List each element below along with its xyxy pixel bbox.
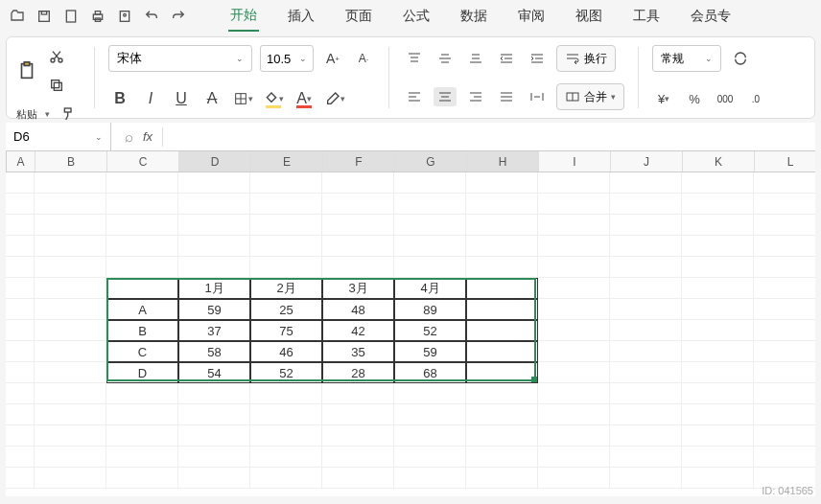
cell-C1[interactable] [106,172,178,194]
cell-F5[interactable] [322,257,394,278]
cell-J15[interactable] [610,468,682,489]
currency-icon[interactable]: ¥▾ [652,87,675,110]
cell-K3[interactable] [682,215,754,236]
cell-A15[interactable] [6,468,35,489]
tab-member[interactable]: 会员专 [689,2,733,31]
cell-A8[interactable] [6,320,35,341]
cell-E9[interactable]: 46 [250,341,322,362]
cell-I7[interactable] [538,299,610,320]
cell-F13[interactable] [322,425,394,447]
cell-D1[interactable] [178,172,250,194]
cell-G5[interactable] [394,257,466,278]
indent-decrease-icon[interactable] [495,49,518,68]
cell-E8[interactable]: 75 [250,320,322,341]
cell-B5[interactable] [35,257,106,278]
cell-D10[interactable]: 54 [178,362,250,383]
cell-E14[interactable] [250,447,322,468]
cell-L9[interactable] [754,341,815,362]
decimal-increase-icon[interactable]: .0 [744,87,767,110]
halign-justify-icon[interactable] [495,87,518,106]
cell-E15[interactable] [250,468,322,489]
cell-B12[interactable] [35,404,106,425]
cell-L14[interactable] [754,447,815,468]
cell-G7[interactable]: 89 [394,299,466,320]
preview-icon[interactable] [115,7,134,26]
cell-K1[interactable] [682,172,754,194]
cell-F9[interactable]: 35 [322,341,394,362]
cell-F1[interactable] [322,172,394,194]
cell-L7[interactable] [754,299,815,320]
cell-B4[interactable] [35,236,106,257]
col-header-J[interactable]: J [611,151,683,172]
open-icon[interactable] [8,7,27,26]
cell-H11[interactable] [466,383,538,404]
tab-view[interactable]: 视图 [574,2,604,31]
cell-H3[interactable] [466,215,538,236]
cell-L4[interactable] [754,236,815,257]
new-icon[interactable] [61,7,81,26]
cell-I4[interactable] [538,236,610,257]
cell-C12[interactable] [106,404,178,425]
cell-K5[interactable] [682,257,754,278]
chevron-down-icon[interactable]: ▾ [45,109,50,119]
cell-G12[interactable] [394,404,466,425]
cell-I13[interactable] [538,425,610,447]
cell-I6[interactable] [538,278,610,299]
cell-E1[interactable] [250,172,322,194]
cell-A14[interactable] [6,447,35,468]
cell-J10[interactable] [610,362,682,383]
cell-B15[interactable] [35,468,106,489]
cell-D4[interactable] [178,236,250,257]
cell-D15[interactable] [178,468,250,489]
col-header-I[interactable]: I [539,151,611,172]
cell-H8[interactable] [466,320,538,341]
strikethrough-button[interactable]: A [200,87,223,110]
cell-K9[interactable] [682,341,754,362]
cell-E11[interactable] [250,383,322,404]
cell-G6[interactable]: 4月 [394,278,466,299]
cell-H14[interactable] [466,447,538,468]
cell-J2[interactable] [610,194,682,215]
cell-B8[interactable] [35,320,106,341]
cell-F2[interactable] [322,194,394,215]
search-icon[interactable]: ⌕ [125,128,133,145]
cell-D3[interactable] [178,215,250,236]
cell-F3[interactable] [322,215,394,236]
italic-button[interactable]: I [139,87,162,110]
cell-I14[interactable] [538,447,610,468]
cell-J9[interactable] [610,341,682,362]
cell-C11[interactable] [106,383,178,404]
cell-H7[interactable] [466,299,538,320]
cell-G3[interactable] [394,215,466,236]
refresh-icon[interactable] [729,47,752,70]
fill-color-button[interactable]: ▾ [262,87,285,110]
cell-I9[interactable] [538,341,610,362]
cell-B1[interactable] [35,172,106,194]
halign-left-icon[interactable] [403,87,426,106]
bold-button[interactable]: B [108,87,131,110]
cell-L5[interactable] [754,257,815,278]
tab-formula[interactable]: 公式 [401,2,432,31]
col-header-H[interactable]: H [467,151,539,172]
cell-K14[interactable] [682,447,754,468]
cell-I5[interactable] [538,257,610,278]
cell-H1[interactable] [466,172,538,194]
cell-L11[interactable] [754,383,815,404]
cell-L12[interactable] [754,404,815,425]
cells-area[interactable]: 1月2月3月4月A59254889B37754252C58463559D5452… [6,172,815,489]
cell-K7[interactable] [682,299,754,320]
cell-C10[interactable]: D [106,362,178,383]
cell-A7[interactable] [6,299,35,320]
cell-G4[interactable] [394,236,466,257]
valign-bottom-icon[interactable] [464,49,487,68]
cell-A4[interactable] [6,236,35,257]
cell-E3[interactable] [250,215,322,236]
valign-top-icon[interactable] [403,49,426,68]
col-header-D[interactable]: D [179,151,251,172]
cell-B14[interactable] [35,447,106,468]
cell-I3[interactable] [538,215,610,236]
cell-K11[interactable] [682,383,754,404]
cell-J5[interactable] [610,257,682,278]
tab-page[interactable]: 页面 [343,2,374,31]
cell-G9[interactable]: 59 [394,341,466,362]
